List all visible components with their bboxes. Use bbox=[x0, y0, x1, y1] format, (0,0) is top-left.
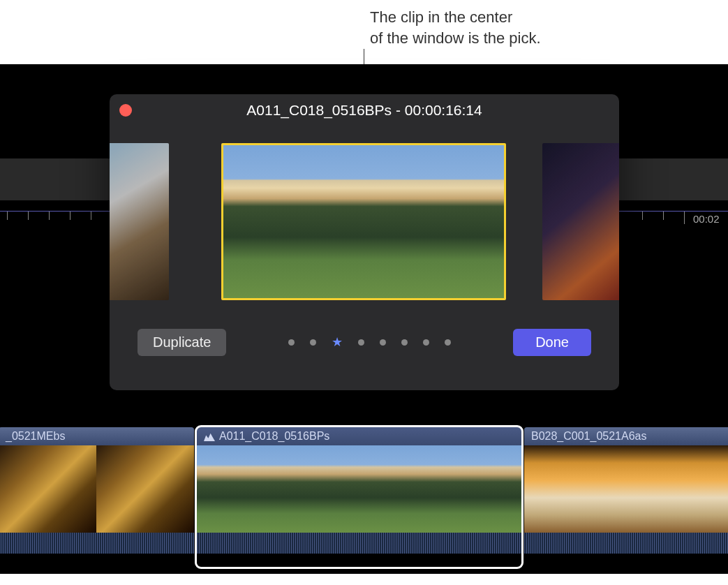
ruler-tick bbox=[91, 212, 91, 220]
audition-carousel[interactable] bbox=[110, 126, 619, 321]
clip-header: _0521MEbs bbox=[0, 427, 194, 445]
done-button[interactable]: Done bbox=[513, 329, 591, 356]
ruler-tick bbox=[663, 212, 664, 220]
timeline-track[interactable]: _0521MEbs A011_C018_0516BPs bbox=[0, 427, 728, 567]
duplicate-button[interactable]: Duplicate bbox=[138, 329, 226, 356]
audition-alternate-left[interactable] bbox=[110, 143, 169, 300]
clip-waveform bbox=[197, 533, 521, 554]
page-dot[interactable] bbox=[358, 339, 364, 346]
annotation-line-1: The clip in the center bbox=[370, 7, 541, 28]
clip-label: A011_C018_0516BPs bbox=[219, 430, 329, 443]
annotation-line-2: of the window is the pick. bbox=[370, 28, 541, 49]
ruler-tick bbox=[7, 212, 8, 220]
audition-window: A011_C018_0516BPs - 00:00:16:14 Duplicat… bbox=[110, 94, 619, 390]
clip-header: A011_C018_0516BPs bbox=[197, 427, 521, 445]
clip-filmstrip bbox=[197, 445, 521, 533]
audition-controls: Duplicate ★ Done bbox=[110, 321, 619, 363]
clip-waveform bbox=[524, 533, 728, 554]
page-dot[interactable] bbox=[380, 339, 386, 346]
window-title: A011_C018_0516BPs - 00:00:16:14 bbox=[110, 102, 619, 119]
clip-header: B028_C001_0521A6as bbox=[524, 427, 728, 445]
timeline-clip[interactable]: _0521MEbs bbox=[0, 427, 194, 567]
audition-pick[interactable] bbox=[221, 143, 506, 300]
clip-name: A011_C018_0516BPs bbox=[246, 102, 392, 118]
timeline-clip-selected[interactable]: A011_C018_0516BPs bbox=[197, 427, 521, 567]
ruler-tick bbox=[642, 212, 643, 220]
clip-timecode: 00:00:16:14 bbox=[405, 102, 482, 118]
page-dot[interactable] bbox=[445, 339, 451, 346]
window-titlebar[interactable]: A011_C018_0516BPs - 00:00:16:14 bbox=[110, 94, 619, 126]
page-dot[interactable] bbox=[288, 339, 295, 346]
close-button[interactable] bbox=[119, 104, 132, 117]
ruler-tick bbox=[684, 212, 685, 224]
ruler-tick bbox=[49, 212, 50, 220]
ruler-timecode-label: 00:02 bbox=[693, 213, 720, 225]
ruler-tick bbox=[70, 212, 70, 220]
clip-label: _0521MEbs bbox=[6, 430, 65, 443]
clip-filmstrip bbox=[0, 445, 194, 533]
app-viewport: 00:02 A011_C018_0516BPs - 00:00:16:14 Du… bbox=[0, 64, 728, 574]
pick-star-icon[interactable]: ★ bbox=[332, 336, 343, 348]
page-indicator[interactable]: ★ bbox=[288, 336, 451, 348]
clip-label: B028_C001_0521A6as bbox=[531, 430, 646, 443]
page-dot[interactable] bbox=[423, 339, 429, 346]
annotation-callout: The clip in the center of the window is … bbox=[370, 7, 541, 48]
clip-filmstrip bbox=[524, 445, 728, 533]
timeline-clip[interactable]: B028_C001_0521A6as bbox=[524, 427, 728, 567]
audition-alternate-right[interactable] bbox=[542, 143, 619, 300]
audition-badge-icon bbox=[204, 431, 215, 441]
page-dot[interactable] bbox=[310, 339, 316, 346]
page-dot[interactable] bbox=[401, 339, 408, 346]
clip-waveform bbox=[0, 533, 194, 554]
title-separator: - bbox=[392, 102, 405, 118]
ruler-tick bbox=[28, 212, 29, 220]
